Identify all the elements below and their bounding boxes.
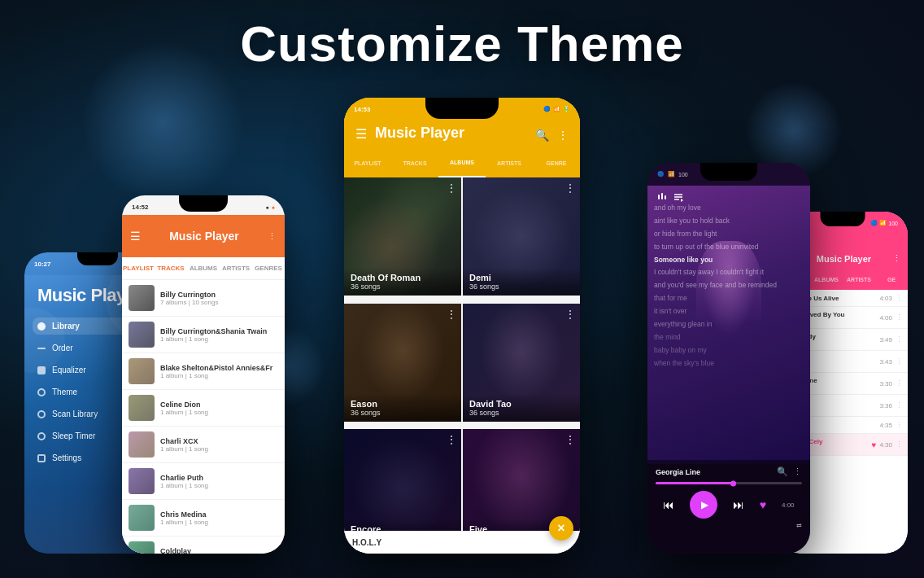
phone-2-header: ☰ Music Player ⋮ [122,215,285,257]
p5-item-more-icon[interactable]: ⋮ [896,421,903,429]
phone-2-list: Billy Currington 7 albums | 10 songs Bil… [122,280,285,554]
list-item[interactable]: Coldplay 1 album | 1 song [122,536,285,554]
p5-item-more-icon[interactable]: ⋮ [896,335,903,344]
p4-play-button[interactable]: ▶ [690,491,717,519]
scan-icon [37,410,46,418]
list-item[interactable]: Blake Shelton&Pistol Annies&Fr 1 album |… [122,353,285,390]
album-more-icon[interactable]: ⋮ [565,309,575,320]
lyric-line: baby baby on my [654,346,804,356]
p4-next-icon[interactable]: ⏭ [733,498,744,511]
p2-tab-genre[interactable]: GENRES [252,257,285,279]
p2-tab-artists[interactable]: ARTISTS [220,257,252,279]
p2-item-sub: 1 album | 1 song [160,372,278,379]
p2-avatar [129,541,155,554]
p4-player-bar: Georgia Line 🔍 ⋮ ⏮ ▶ ⏭ ♥ 4:00 ⇄ [647,460,810,554]
album-more-icon[interactable]: ⋮ [447,434,456,445]
list-item[interactable]: Celine Dion 1 album | 1 song [122,390,285,427]
p5-tab-albums[interactable]: ALBUMS [810,269,843,290]
album-overlay: Demi 36 songs [463,268,580,296]
lyric-line: it isn't over [654,307,804,317]
p4-equalizer-icon[interactable] [656,190,669,204]
lyrics-container: and oh my love aint like you to hold bac… [654,204,804,460]
p2-tab-playlist[interactable]: PLAYLIST [122,257,155,279]
p4-heart-icon[interactable]: ♥ [760,498,766,511]
album-more-icon[interactable]: ⋮ [565,182,575,194]
p5-item-more-icon[interactable]: ⋮ [896,401,903,409]
p2-item-name: Coldplay [160,547,278,554]
list-item[interactable]: Billy Currington&Shania Twain 1 album | … [122,317,285,353]
album-david-tao[interactable]: David Tao 36 songs ⋮ [463,304,580,422]
p2-avatar [129,322,155,348]
nav-sleep-label: Sleep Timer [52,431,95,440]
phone-3-album-grid: Death Of Roman 36 songs ⋮ Demi 36 songs … [344,177,580,554]
album-name: Eason [351,399,455,409]
album-more-icon[interactable]: ⋮ [447,309,456,320]
p4-shuffle-row: ⇄ [647,522,810,532]
phone-2-title: Music Player [147,230,261,243]
album-more-icon[interactable]: ⋮ [565,434,575,445]
p4-time-icon: 4:00 [782,501,795,509]
p4-play-icon: ▶ [701,499,708,510]
p5-item-more-icon[interactable]: ⋮ [896,313,903,322]
p4-more-icon[interactable]: ⋮ [793,466,802,477]
p4-song-name: Georgia Line [656,468,772,476]
p2-item-sub: 1 album | 1 song [160,519,278,526]
p3-tab-albums[interactable]: ALBUMS [438,148,486,177]
p2-item-name: Charli XCX [160,437,278,445]
phone-1-notch [77,252,118,265]
list-item[interactable]: Charlie Puth 1 album | 1 song [122,463,285,500]
p5-item-more-icon[interactable]: ⋮ [896,357,903,366]
p2-more-icon: ⋮ [268,231,277,242]
p5-item-more-icon[interactable]: ⋮ [896,379,903,388]
svg-rect-2 [665,195,666,199]
p3-tab-playlist[interactable]: PLAYLIST [344,148,391,177]
p4-progress-thumb [730,480,736,486]
p4-search-icon[interactable]: 🔍 [777,466,788,477]
p2-item-name: Billy Currington&Shania Twain [160,327,278,335]
lyric-line: the mind [654,333,804,343]
list-item[interactable]: Chris Medina 1 album | 1 song [122,500,285,536]
p4-playlist-icon[interactable] [672,190,685,204]
p5-heart-icon[interactable]: ♥ [871,440,876,449]
p3-tab-tracks[interactable]: TRACKS [391,148,438,177]
p2-item-sub: 1 album | 1 song [160,335,278,343]
album-encore[interactable]: Encore 36 songs ⋮ [344,429,461,547]
p5-track-time: 4:35 [879,422,892,429]
p3-tab-artists[interactable]: ARTISTS [486,148,533,177]
p2-tab-tracks[interactable]: TRACKS [155,257,187,279]
lyric-line: and oh my love [654,204,804,213]
svg-rect-1 [661,193,663,199]
p4-shuffle-icon[interactable]: ⇄ [796,522,802,529]
album-overlay: Eason 36 songs [344,394,461,422]
p5-more-icon[interactable]: ⋮ [892,253,901,264]
lyric-line: everything glean in [654,320,804,330]
p3-tab-genre[interactable]: GENRE [533,148,580,177]
list-item[interactable]: Charli XCX 1 album | 1 song [122,427,285,463]
phone-3-time: 14:53 [354,106,370,113]
album-eason[interactable]: Eason 36 songs ⋮ [344,304,461,422]
p5-tab-genre[interactable]: GE [875,269,908,290]
album-five[interactable]: Five 36 songs ⋮ × [463,429,580,547]
phones-container: 10:27 Music Player Library Order Equali [0,81,924,578]
list-item[interactable]: Billy Currington 7 albums | 10 songs [122,280,285,317]
p4-song-info: Georgia Line 🔍 ⋮ [647,460,810,479]
theme-icon [37,388,46,396]
album-demi[interactable]: Demi 36 songs ⋮ [463,177,580,296]
phone-1-time: 10:27 [34,261,50,268]
p2-item-name: Blake Shelton&Pistol Annies&Fr [160,364,278,372]
svg-rect-0 [658,195,660,199]
album-death-of-roman[interactable]: Death Of Roman 36 songs ⋮ [344,177,461,296]
p5-tab-artists[interactable]: ARTISTS [843,269,875,290]
p4-progress-bar[interactable] [656,482,802,484]
p2-item-info: Charli XCX 1 album | 1 song [160,437,278,453]
p2-item-sub: 1 album | 1 song [160,409,278,416]
p5-item-more-icon[interactable]: ⋮ [896,294,903,302]
p4-prev-icon[interactable]: ⏮ [663,498,674,511]
p2-tab-albums[interactable]: ALBUMS [187,257,220,279]
phone-2-tabs: PLAYLIST TRACKS ALBUMS ARTISTS GENRES [122,257,285,280]
p3-search-icon: 🔍 [535,129,549,142]
p5-item-more-icon[interactable]: ⋮ [896,440,903,449]
p4-side-controls: 4:00 [782,501,795,509]
p2-avatar [129,358,155,384]
album-more-icon[interactable]: ⋮ [447,182,456,194]
